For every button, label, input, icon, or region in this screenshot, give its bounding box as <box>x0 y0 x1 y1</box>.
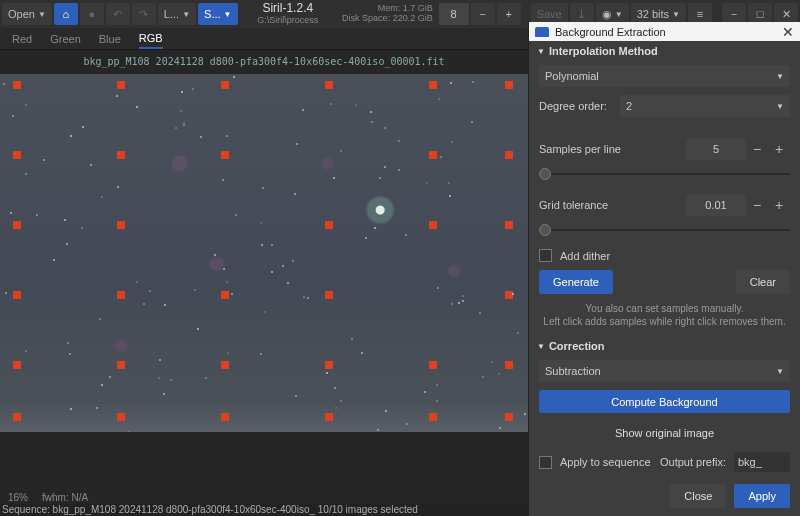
sample-point[interactable] <box>14 362 20 368</box>
star <box>90 164 92 166</box>
undo-button[interactable]: ↶ <box>106 3 130 25</box>
sample-point[interactable] <box>506 362 512 368</box>
star <box>109 376 111 378</box>
sample-point[interactable] <box>506 152 512 158</box>
sample-point[interactable] <box>118 82 124 88</box>
samples-plus-button[interactable]: + <box>768 138 790 160</box>
star <box>222 179 224 181</box>
samples-minus-button[interactable]: − <box>746 138 768 160</box>
sample-point[interactable] <box>506 414 512 420</box>
star <box>451 303 453 305</box>
star <box>271 271 273 273</box>
samples-slider[interactable] <box>539 168 790 179</box>
redo-button[interactable]: ↷ <box>132 3 156 25</box>
compute-background-button[interactable]: Compute Background <box>539 390 790 413</box>
star <box>370 111 372 113</box>
grid-tolerance-label: Grid tolerance <box>539 199 608 211</box>
sample-point[interactable] <box>118 222 124 228</box>
correction-header[interactable]: Correction <box>529 336 800 356</box>
sample-point[interactable] <box>430 82 436 88</box>
sample-point[interactable] <box>222 82 228 88</box>
star <box>440 156 442 158</box>
star <box>292 260 294 262</box>
sample-point[interactable] <box>326 222 332 228</box>
generate-button[interactable]: Generate <box>539 270 613 294</box>
sample-point[interactable] <box>14 414 20 420</box>
tolerance-plus-button[interactable]: + <box>768 194 790 216</box>
sample-point[interactable] <box>222 292 228 298</box>
sample-point[interactable] <box>222 152 228 158</box>
sample-point[interactable] <box>222 362 228 368</box>
sample-point[interactable] <box>222 414 228 420</box>
interpolation-method-select[interactable]: Polynomial▼ <box>539 65 790 87</box>
star <box>183 124 185 126</box>
image-canvas[interactable] <box>0 74 528 432</box>
panel-close-button[interactable]: ✕ <box>782 24 794 40</box>
sample-point[interactable] <box>14 222 20 228</box>
tolerance-slider[interactable] <box>539 224 790 235</box>
sample-point[interactable] <box>326 82 332 88</box>
sample-point[interactable] <box>430 414 436 420</box>
samples-per-line-value[interactable]: 5 <box>686 138 746 160</box>
star <box>371 121 373 123</box>
sample-point[interactable] <box>14 292 20 298</box>
star <box>159 359 161 361</box>
zoom-value[interactable]: 8 <box>439 3 469 25</box>
star <box>175 127 177 129</box>
tab-red[interactable]: Red <box>12 30 32 48</box>
panel-close-btn[interactable]: Close <box>670 484 726 508</box>
show-original-button[interactable]: Show original image <box>539 421 790 444</box>
export-icon: ⤓ <box>577 8 586 21</box>
star <box>491 361 493 363</box>
clear-button[interactable]: Clear <box>736 270 790 294</box>
star <box>340 150 342 152</box>
star <box>205 377 207 379</box>
apply-to-sequence-checkbox[interactable] <box>539 456 552 469</box>
grid-tolerance-value[interactable]: 0.01 <box>686 194 746 216</box>
star <box>136 281 138 283</box>
status-bar: 16% fwhm: N/A <box>0 492 88 504</box>
star <box>70 408 72 410</box>
panel-apply-btn[interactable]: Apply <box>734 484 790 508</box>
star <box>384 127 386 129</box>
redo-icon: ↷ <box>139 8 148 21</box>
record-button[interactable]: ● <box>80 3 104 25</box>
home-button[interactable]: ⌂ <box>54 3 78 25</box>
sample-point[interactable] <box>118 152 124 158</box>
tab-rgb[interactable]: RGB <box>139 29 163 49</box>
star <box>458 302 460 304</box>
zoom-in-button[interactable]: + <box>497 3 521 25</box>
degree-select[interactable]: 2▼ <box>620 95 790 117</box>
sample-point[interactable] <box>430 152 436 158</box>
tab-blue[interactable]: Blue <box>99 30 121 48</box>
fwhm-value: N/A <box>71 492 88 503</box>
sample-point[interactable] <box>118 414 124 420</box>
sample-point[interactable] <box>118 362 124 368</box>
sample-point[interactable] <box>506 82 512 88</box>
star <box>512 293 514 295</box>
sample-point[interactable] <box>430 222 436 228</box>
scripts-button[interactable]: S...▼ <box>198 3 237 25</box>
zoom-out-button[interactable]: − <box>471 3 495 25</box>
interpolation-header[interactable]: Interpolation Method <box>529 41 800 61</box>
tolerance-minus-button[interactable]: − <box>746 194 768 216</box>
star <box>365 237 367 239</box>
correction-method-select[interactable]: Subtraction▼ <box>539 360 790 382</box>
sample-point[interactable] <box>506 222 512 228</box>
close-icon: ✕ <box>782 8 791 21</box>
sample-point[interactable] <box>118 292 124 298</box>
open-button[interactable]: Open▼ <box>2 3 52 25</box>
star <box>264 311 266 313</box>
sample-point[interactable] <box>326 414 332 420</box>
sample-point[interactable] <box>430 362 436 368</box>
star <box>307 297 309 299</box>
sample-point[interactable] <box>326 292 332 298</box>
star <box>499 427 501 429</box>
livestack-button[interactable]: L...▼ <box>158 3 196 25</box>
sample-point[interactable] <box>14 82 20 88</box>
output-prefix-input[interactable] <box>734 452 790 472</box>
add-dither-checkbox[interactable] <box>539 249 552 262</box>
tab-green[interactable]: Green <box>50 30 81 48</box>
sample-point[interactable] <box>14 152 20 158</box>
sample-point[interactable] <box>326 362 332 368</box>
